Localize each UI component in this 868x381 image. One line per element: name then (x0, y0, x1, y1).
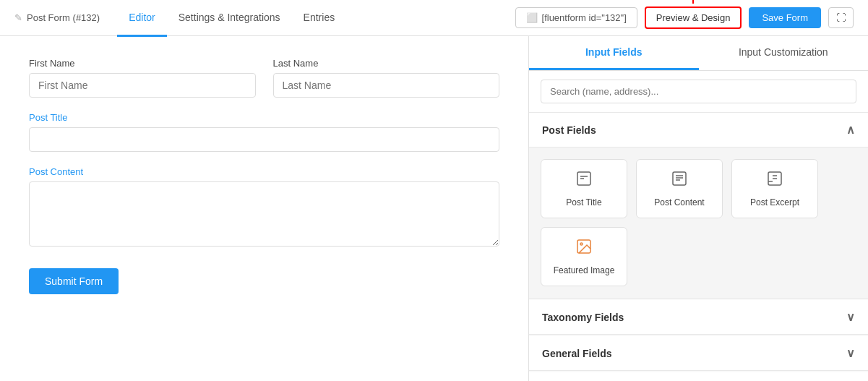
post-fields-body: Post Title Post Content (529, 147, 868, 299)
form-area: First Name Last Name Post Title Post Con… (0, 36, 528, 381)
post-fields-label: Post Fields (542, 124, 596, 136)
post-excerpt-card-label: Post Excerpt (750, 197, 799, 207)
post-fields-chevron-up: ∧ (846, 123, 855, 137)
shortcode-button[interactable]: ⬜ [fluentform id="132"] (515, 7, 637, 28)
search-input[interactable] (541, 80, 856, 103)
tab-input-fields[interactable]: Input Fields (529, 36, 699, 70)
nav-tabs: Editor Settings & Integrations Entries (117, 0, 346, 36)
shortcode-icon: ⬜ (526, 12, 538, 23)
taxonomy-fields-label: Taxonomy Fields (542, 312, 624, 323)
advanced-fields-header[interactable]: Advanced Fields ∨ (529, 372, 868, 381)
post-content-card-label: Post Content (654, 197, 704, 207)
post-title-icon (575, 170, 593, 192)
field-card-featured-image[interactable]: Featured Image (541, 227, 627, 286)
post-fields-section: Post Fields ∧ Post Title (529, 113, 868, 299)
post-content-textarea[interactable] (29, 181, 499, 247)
first-name-label: First Name (29, 58, 256, 69)
taxonomy-fields-section: Taxonomy Fields ∨ (529, 300, 868, 335)
post-content-group: Post Content (29, 166, 499, 247)
general-fields-chevron-down: ∨ (846, 346, 855, 360)
field-card-post-excerpt[interactable]: Post Excerpt (731, 159, 818, 218)
general-fields-label: General Fields (542, 348, 611, 359)
post-title-label: Post Title (29, 112, 499, 123)
brand-label: Post Form (#132) (27, 12, 100, 23)
submit-button[interactable]: Submit Form (29, 268, 119, 294)
advanced-fields-section: Advanced Fields ∨ (529, 372, 868, 381)
post-fields-header[interactable]: Post Fields ∧ (529, 113, 868, 147)
last-name-label: Last Name (273, 58, 500, 69)
taxonomy-fields-chevron-down: ∨ (846, 310, 855, 324)
brand: ✎ Post Form (#132) (14, 12, 100, 23)
tab-settings[interactable]: Settings & Integrations (167, 1, 292, 37)
first-name-group: First Name (29, 58, 256, 98)
expand-icon: ⛶ (836, 12, 846, 23)
post-content-icon (671, 170, 688, 192)
expand-button[interactable]: ⛶ (828, 7, 854, 28)
post-excerpt-icon (766, 170, 783, 192)
panel-tabs: Input Fields Input Customization (529, 36, 868, 71)
nav-left: ✎ Post Form (#132) Editor Settings & Int… (14, 0, 346, 36)
first-name-input[interactable] (29, 73, 256, 98)
taxonomy-fields-header[interactable]: Taxonomy Fields ∨ (529, 300, 868, 335)
post-content-label: Post Content (29, 166, 499, 177)
main-layout: First Name Last Name Post Title Post Con… (0, 36, 868, 381)
tab-input-customization[interactable]: Input Customization (699, 36, 869, 70)
right-panel: Input Fields Input Customization Post Fi… (528, 36, 868, 381)
field-cards: Post Title Post Content (541, 159, 856, 286)
top-navigation: ✎ Post Form (#132) Editor Settings & Int… (0, 0, 868, 36)
red-arrow-indicator (692, 0, 694, 4)
save-form-button[interactable]: Save Form (749, 7, 821, 28)
last-name-input[interactable] (273, 73, 500, 98)
search-area (529, 71, 868, 113)
preview-button[interactable]: Preview & Design (645, 7, 742, 29)
field-card-post-title[interactable]: Post Title (541, 159, 627, 218)
post-title-card-label: Post Title (566, 197, 601, 207)
edit-icon: ✎ (14, 12, 22, 23)
post-title-group: Post Title (29, 112, 499, 152)
general-fields-header[interactable]: General Fields ∨ (529, 336, 868, 371)
featured-image-card-label: Featured Image (554, 265, 615, 275)
nav-right: ⬜ [fluentform id="132"] Preview & Design… (515, 7, 854, 29)
general-fields-section: General Fields ∨ (529, 336, 868, 371)
svg-point-9 (580, 243, 583, 245)
field-card-post-content[interactable]: Post Content (636, 159, 723, 218)
last-name-group: Last Name (273, 58, 500, 98)
featured-image-icon (575, 238, 593, 260)
shortcode-label: [fluentform id="132"] (542, 12, 627, 23)
svg-rect-3 (673, 172, 686, 185)
name-row: First Name Last Name (29, 58, 499, 98)
post-title-input[interactable] (29, 127, 499, 152)
tab-entries[interactable]: Entries (292, 1, 347, 37)
tab-editor[interactable]: Editor (117, 1, 167, 37)
